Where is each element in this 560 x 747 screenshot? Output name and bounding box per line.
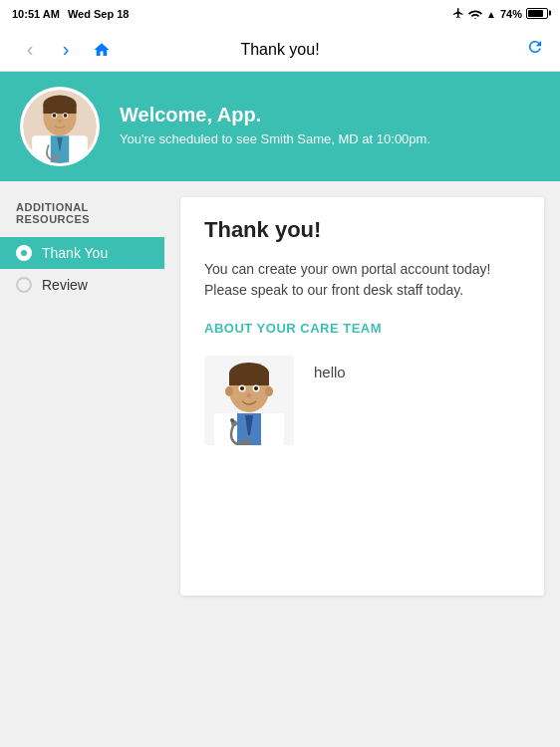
svg-point-26 [254,386,258,390]
avatar [20,87,100,166]
svg-point-30 [230,418,234,422]
svg-point-21 [225,386,233,396]
svg-point-13 [54,155,60,161]
svg-point-12 [58,120,62,123]
header-subtext: You're scheduled to see Smith Same, MD a… [120,130,430,148]
svg-point-27 [247,393,252,397]
wifi-icon [468,8,482,21]
doctor-caption: hello [314,364,346,380]
svg-point-11 [64,114,68,118]
header-text-block: Welcome, App. You're scheduled to see Sm… [120,104,430,148]
signal-icon: ▲ [486,9,496,20]
radio-thank-you [16,245,32,261]
sidebar-label-thank-you: Thank You [42,245,108,261]
content-area: Thank you! You can create your own porta… [164,181,560,747]
svg-point-0 [474,18,476,19]
sidebar: ADDITIONAL RESOURCES Thank You Review [0,181,164,747]
doctor-section: hello [204,356,520,445]
welcome-text: Welcome, App. [120,104,430,126]
sidebar-item-review[interactable]: Review [0,269,164,301]
status-date: Wed Sep 18 [68,8,130,20]
refresh-button[interactable] [526,38,544,61]
svg-rect-7 [43,105,76,114]
page-title: Thank you! [240,41,319,59]
sidebar-section-title: ADDITIONAL RESOURCES [0,201,164,237]
doctor-photo [204,356,294,445]
svg-rect-20 [229,374,269,385]
home-button[interactable] [88,36,116,64]
header-banner: Welcome, App. You're scheduled to see Sm… [0,72,560,181]
sidebar-label-review: Review [42,277,88,293]
content-body: You can create your own portal account t… [204,259,520,301]
content-card: Thank you! You can create your own porta… [180,197,544,596]
back-button[interactable]: ‹ [16,36,44,64]
sidebar-item-thank-you[interactable]: Thank You [0,237,164,269]
care-team-link[interactable]: ABOUT YOUR CARE TEAM [204,321,520,336]
forward-button[interactable]: › [52,36,80,64]
status-bar: 10:51 AM Wed Sep 18 ▲ 74% [0,0,560,28]
airplane-icon [452,7,464,21]
main-layout: ADDITIONAL RESOURCES Thank You Review Th… [0,181,560,747]
svg-point-10 [53,114,57,118]
nav-bar: ‹ › Thank you! [0,28,560,72]
svg-point-25 [240,386,244,390]
battery-percent: 74% [500,8,522,20]
svg-point-22 [265,386,273,396]
radio-review [16,277,32,293]
content-title: Thank you! [204,217,520,243]
status-time: 10:51 AM [12,8,60,20]
battery-icon [526,8,548,21]
